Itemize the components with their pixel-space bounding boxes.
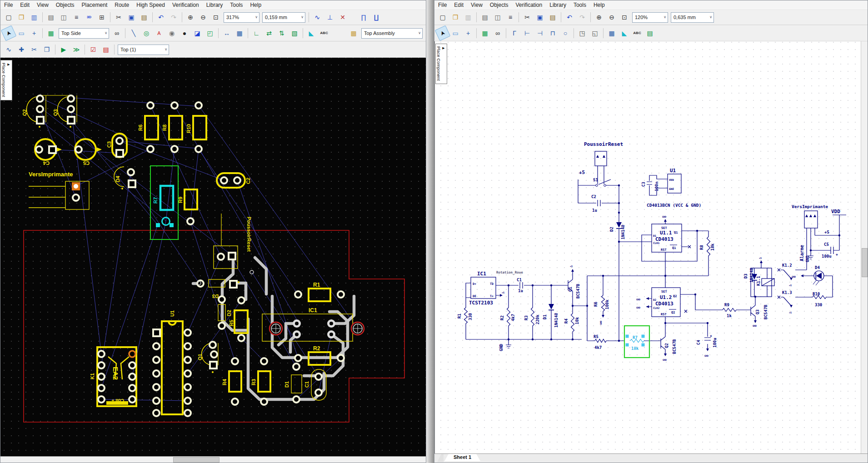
pad[interactable]	[195, 102, 202, 109]
place-text-icon[interactable]: ABC	[318, 27, 330, 39]
place-via-icon[interactable]: ◉	[166, 27, 178, 39]
pad[interactable]	[153, 398, 160, 404]
pad[interactable]	[36, 146, 42, 153]
pad[interactable]	[37, 106, 43, 112]
board-outline-icon[interactable]: ∟	[250, 27, 262, 39]
menu-file[interactable]: File	[434, 1, 450, 9]
route-manual-icon[interactable]: ∿	[3, 44, 15, 55]
pad[interactable]	[293, 396, 299, 403]
view-3d-icon[interactable]: 3D	[83, 11, 95, 23]
place-component-icon[interactable]: ▦	[45, 27, 57, 39]
open-icon[interactable]: ❐	[15, 11, 27, 23]
pad[interactable]	[153, 357, 160, 363]
zoom-window-icon[interactable]: ⊡	[619, 11, 630, 23]
pad[interactable]	[128, 169, 134, 175]
pcb-canvas[interactable]: Q2Q3R6R8R10C4C5C3D4VersImprimanteR7R9C2P…	[0, 58, 426, 456]
pad[interactable]	[315, 373, 322, 380]
pad-square[interactable]	[37, 117, 44, 124]
unroute-icon[interactable]: ✂	[28, 44, 40, 55]
menu-library[interactable]: Library	[203, 1, 227, 9]
pad[interactable]	[185, 370, 191, 377]
select-tool-icon[interactable]: ➤	[1, 25, 17, 41]
menu-tools[interactable]: Tools	[570, 1, 590, 9]
pad[interactable]	[185, 384, 191, 390]
menu-edit[interactable]: Edit	[16, 1, 33, 9]
pad[interactable]	[147, 146, 154, 152]
pcb-place-component-tab[interactable]: ▶Place Component	[0, 60, 12, 100]
pad[interactable]	[238, 335, 244, 341]
hierarchy-up-icon[interactable]: ◳	[576, 27, 588, 39]
pad[interactable]	[185, 357, 191, 363]
print-icon[interactable]: ▤	[45, 11, 57, 23]
schematic-canvas[interactable]: PoussoirReset+5S1C21uC3100nU1VDDGNDCD401…	[435, 41, 868, 453]
pad[interactable]	[238, 297, 244, 304]
print-preview-icon[interactable]: ◫	[58, 11, 70, 23]
zoom-in-icon[interactable]: ⊕	[185, 11, 196, 23]
window-divider[interactable]	[426, 0, 434, 463]
place-wire-icon[interactable]: Γ	[509, 27, 520, 39]
place-connection-icon[interactable]: ○	[559, 27, 571, 39]
drc-report-icon[interactable]: ▤	[100, 44, 112, 55]
pad[interactable]	[232, 358, 238, 364]
zoom-in-icon[interactable]: ⊕	[593, 11, 605, 23]
pad[interactable]	[187, 218, 194, 224]
menu-help[interactable]: Help	[246, 1, 265, 9]
route-move-icon[interactable]: ✚	[15, 44, 27, 55]
place-point-icon[interactable]: ●	[179, 27, 190, 39]
find-icon[interactable]: ∞	[492, 27, 504, 39]
pad[interactable]	[68, 95, 74, 102]
table-icon[interactable]: ▦	[234, 27, 245, 39]
pad[interactable]	[211, 351, 217, 358]
vertical-align-icon[interactable]: ⊥	[324, 11, 336, 23]
menu-verification[interactable]: Verification	[169, 1, 203, 9]
zoom-select[interactable]: 317%∨	[224, 12, 259, 23]
sheet-tab[interactable]: Sheet 1	[444, 454, 480, 461]
pad[interactable]	[315, 389, 322, 396]
menu-edit[interactable]: Edit	[450, 1, 467, 9]
pad[interactable]	[147, 102, 154, 109]
pad[interactable]	[98, 351, 105, 357]
pad[interactable]	[338, 355, 344, 361]
pad[interactable]	[295, 355, 301, 361]
zoom-out-icon[interactable]: ⊖	[197, 11, 209, 23]
redo-icon[interactable]: ↷	[576, 11, 588, 23]
route-layer-select[interactable]: Top (1)∨	[118, 45, 169, 55]
zoom-window-icon[interactable]: ⊡	[210, 11, 222, 23]
pad[interactable]	[98, 396, 105, 403]
net-crossings-icon[interactable]: ✕	[337, 11, 349, 23]
pad[interactable]	[293, 363, 299, 370]
pad[interactable]	[210, 342, 216, 348]
pad[interactable]	[68, 106, 74, 112]
save-icon[interactable]: ▥	[28, 11, 40, 23]
origin-tool-icon[interactable]: +	[28, 27, 40, 39]
save-icon[interactable]: ▥	[462, 11, 474, 23]
menu-route[interactable]: Route	[111, 1, 133, 9]
undo-icon[interactable]: ↶	[155, 11, 167, 23]
pad-square[interactable]	[229, 253, 235, 259]
measure-tool-icon[interactable]: ▭	[449, 27, 461, 39]
pad[interactable]	[153, 343, 160, 349]
pad[interactable]	[98, 373, 105, 380]
zoom-out-icon[interactable]: ⊖	[606, 11, 618, 23]
pad[interactable]	[153, 370, 160, 377]
autoroute-setup-icon[interactable]: ≫	[70, 44, 82, 55]
menu-objects[interactable]: Objects	[486, 1, 512, 9]
place-copper-pour-icon[interactable]: ◪	[191, 27, 203, 39]
pad[interactable]	[185, 410, 191, 416]
dimension-icon[interactable]: ↔	[221, 27, 233, 39]
pad[interactable]	[171, 146, 178, 152]
pattern-doc-icon[interactable]: ▧	[289, 27, 300, 39]
pcb-canvas-area[interactable]: ▶Place Component	[0, 58, 426, 456]
net-highlight-icon[interactable]: ∿	[311, 11, 323, 23]
pad[interactable]	[129, 362, 135, 368]
pad[interactable]	[75, 146, 82, 153]
pad[interactable]	[218, 254, 224, 260]
origin-tool-icon[interactable]: +	[462, 27, 474, 39]
assembly-select[interactable]: Top Assembly∨	[361, 28, 423, 39]
pad-square[interactable]	[153, 329, 160, 336]
panelize-icon[interactable]: ⊞	[96, 11, 108, 23]
menu-verification[interactable]: Verification	[512, 1, 546, 9]
menu-tools[interactable]: Tools	[226, 1, 246, 9]
pad[interactable]	[261, 398, 267, 405]
grid-select[interactable]: 0,635 mm∨	[671, 12, 714, 23]
